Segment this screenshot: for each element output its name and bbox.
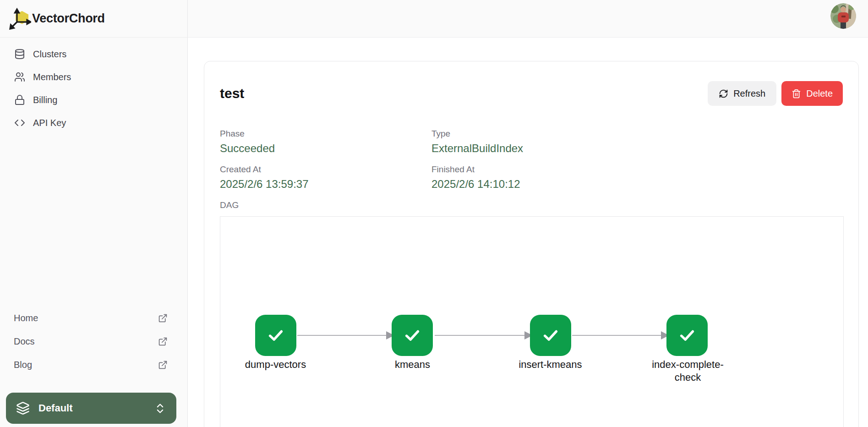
sidebar-item-label: Clusters (33, 49, 66, 60)
dag-node-label: insert-kmeans (513, 358, 588, 371)
database-icon (14, 49, 25, 60)
card-header: test Refresh Delete (220, 77, 843, 110)
workspace-switcher-button[interactable]: Default (6, 393, 176, 424)
sidebar-link-blog[interactable]: Blog (0, 353, 187, 377)
delete-button-label: Delete (806, 88, 833, 99)
external-link-icon (158, 313, 168, 323)
footer-link-label: Blog (14, 360, 32, 370)
refresh-button-label: Refresh (733, 88, 765, 99)
field-label: Created At (220, 164, 431, 175)
dag-node-label: kmeans (375, 358, 450, 371)
layers-icon (16, 401, 30, 415)
check-icon (402, 325, 423, 346)
brand-logo-icon (9, 8, 31, 30)
field-value: 2025/2/6 14:10:12 (431, 178, 843, 191)
check-icon (540, 325, 561, 346)
field-label: Finished At (431, 164, 843, 175)
sidebar-item-clusters[interactable]: Clusters (0, 43, 187, 66)
dag-section-label: DAG (220, 200, 843, 210)
job-detail-card: test Refresh Delete Phase Succe (204, 61, 859, 427)
dag-node-dump-vectors[interactable] (255, 315, 296, 356)
dag-node-index-complete-check[interactable] (666, 315, 708, 356)
field-value: ExternalBuildIndex (431, 142, 843, 155)
code-icon (14, 117, 25, 128)
trash-icon (792, 89, 801, 99)
field-finished-at: Finished At 2025/2/6 14:10:12 (431, 164, 843, 191)
users-icon (14, 71, 25, 82)
footer-link-label: Home (14, 313, 38, 323)
sidebar-footer-links: Home Docs Blog (0, 307, 187, 377)
field-type: Type ExternalBuildIndex (431, 129, 843, 155)
refresh-icon (719, 89, 728, 99)
sidebar-item-label: API Key (33, 118, 66, 128)
field-phase: Phase Succeeded (220, 129, 431, 155)
external-link-icon (158, 360, 168, 370)
sidebar: VectorChord Clusters Members Billing (0, 0, 188, 427)
lock-icon (14, 94, 25, 105)
sidebar-item-label: Billing (33, 95, 57, 105)
chevrons-up-down-icon (154, 402, 166, 415)
sidebar-item-members[interactable]: Members (0, 66, 187, 88)
user-avatar[interactable] (830, 3, 856, 29)
sidebar-item-billing[interactable]: Billing (0, 88, 187, 111)
dag-node-label: index-complete-check (650, 358, 726, 384)
field-value: 2025/2/6 13:59:37 (220, 178, 431, 191)
card-actions: Refresh Delete (708, 81, 843, 106)
refresh-button[interactable]: Refresh (708, 81, 776, 106)
check-icon (677, 325, 698, 346)
brand-link[interactable]: VectorChord (0, 0, 187, 38)
brand-name: VectorChord (32, 11, 105, 26)
delete-button[interactable]: Delete (781, 81, 843, 106)
dag-node-kmeans[interactable] (392, 315, 433, 356)
job-fields: Phase Succeeded Type ExternalBuildIndex … (220, 129, 843, 191)
field-value: Succeeded (220, 142, 431, 155)
field-label: Phase (220, 129, 431, 139)
dag-node-insert-kmeans[interactable] (530, 315, 571, 356)
sidebar-link-docs[interactable]: Docs (0, 330, 187, 353)
field-created-at: Created At 2025/2/6 13:59:37 (220, 164, 431, 191)
avatar-photo (830, 3, 856, 29)
dag-canvas[interactable]: dump-vectors kmeans insert-kmeans index-… (220, 216, 844, 427)
check-icon (265, 325, 286, 346)
sidebar-item-label: Members (33, 72, 71, 82)
workspace-name: Default (38, 402, 154, 414)
sidebar-menu: Clusters Members Billing API Key (0, 38, 187, 134)
sidebar-link-home[interactable]: Home (0, 307, 187, 330)
dag-node-label: dump-vectors (238, 358, 313, 371)
topbar (188, 0, 868, 38)
external-link-icon (158, 337, 168, 346)
field-label: Type (431, 129, 843, 139)
job-title: test (220, 86, 244, 101)
sidebar-item-api-key[interactable]: API Key (0, 111, 187, 134)
footer-link-label: Docs (14, 336, 35, 347)
